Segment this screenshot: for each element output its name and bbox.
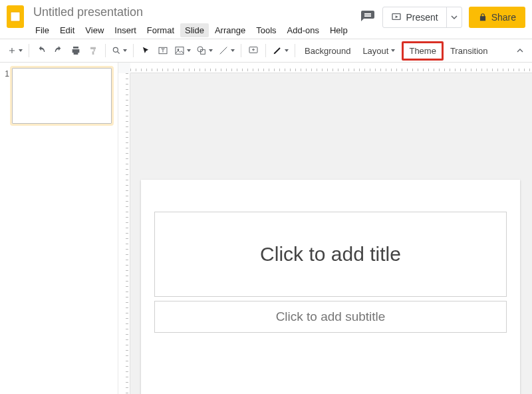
separator — [241, 44, 241, 57]
share-button[interactable]: Share — [469, 7, 525, 28]
slide-thumbnail[interactable] — [12, 68, 112, 124]
menu-arrange[interactable]: Arrange — [210, 23, 250, 37]
pen-icon — [272, 45, 283, 56]
slide-number: 1 — [3, 68, 9, 124]
separator — [265, 44, 266, 57]
image-tool[interactable] — [172, 42, 193, 59]
cursor-icon — [141, 46, 150, 55]
print-icon — [70, 45, 81, 56]
paint-format-button[interactable] — [85, 42, 101, 59]
chevron-up-icon — [515, 45, 525, 56]
menu-view[interactable]: View — [80, 23, 108, 37]
shape-icon — [196, 45, 207, 56]
horizontal-ruler — [130, 63, 532, 73]
new-slide-button[interactable] — [5, 42, 25, 59]
comment-tool[interactable] — [245, 42, 261, 59]
workspace: 1 Click to add title Click to add subtit… — [0, 63, 532, 394]
print-button[interactable] — [68, 42, 84, 59]
menu-insert[interactable]: Insert — [110, 23, 141, 37]
slides-logo — [7, 5, 24, 28]
transition-button[interactable]: Transition — [445, 43, 493, 59]
redo-button[interactable] — [51, 42, 66, 59]
menu-tools[interactable]: Tools — [251, 23, 281, 37]
share-label: Share — [491, 12, 516, 23]
present-button-group: Present — [382, 7, 462, 28]
textbox-tool[interactable] — [155, 42, 171, 59]
present-label: Present — [406, 12, 438, 23]
separator — [295, 44, 295, 57]
menu-edit[interactable]: Edit — [55, 23, 79, 37]
hide-menus-button[interactable] — [515, 45, 527, 56]
svg-rect-6 — [176, 47, 184, 55]
undo-icon — [36, 45, 47, 56]
add-comment-icon — [248, 45, 259, 56]
svg-point-8 — [198, 47, 203, 52]
lock-icon — [478, 13, 487, 22]
zoom-button[interactable] — [110, 42, 129, 59]
menubar: File Edit View Insert Format Slide Arran… — [31, 23, 360, 37]
menu-slide[interactable]: Slide — [180, 23, 209, 37]
menu-file[interactable]: File — [31, 23, 54, 37]
chevron-down-icon — [451, 14, 458, 21]
svg-point-4 — [113, 47, 118, 52]
present-icon — [391, 12, 402, 23]
image-icon — [174, 45, 185, 56]
undo-button[interactable] — [33, 42, 49, 59]
slide-panel: 1 — [0, 63, 118, 394]
header-actions: Present Share — [360, 7, 525, 28]
separator — [105, 44, 106, 57]
slide-thumb-row: 1 — [3, 68, 114, 124]
separator — [29, 44, 29, 57]
header: Untitled presentation File Edit View Ins… — [0, 0, 532, 39]
comments-icon[interactable] — [360, 9, 376, 25]
pen-tool[interactable] — [270, 42, 291, 59]
canvas-viewport[interactable]: Click to add title Click to add subtitle — [130, 73, 532, 394]
line-tool[interactable] — [216, 42, 237, 59]
canvas-area: Click to add title Click to add subtitle — [118, 63, 532, 394]
line-icon — [218, 45, 229, 56]
title-area: Untitled presentation File Edit View Ins… — [31, 4, 360, 37]
shape-tool[interactable] — [194, 42, 215, 59]
zoom-icon — [112, 46, 121, 55]
menu-addons[interactable]: Add-ons — [283, 23, 324, 37]
redo-icon — [53, 45, 64, 56]
present-button[interactable]: Present — [383, 7, 446, 27]
svg-rect-1 — [11, 12, 20, 21]
toolbar: Background Layout Theme Transition — [0, 39, 532, 63]
vertical-ruler — [118, 73, 130, 394]
layout-button[interactable]: Layout — [357, 43, 400, 59]
doc-title[interactable]: Untitled presentation — [31, 4, 360, 21]
menu-format[interactable]: Format — [142, 23, 179, 37]
title-placeholder[interactable]: Click to add title — [154, 212, 507, 297]
present-dropdown[interactable] — [447, 7, 462, 27]
select-tool[interactable] — [138, 42, 154, 59]
paint-roller-icon — [88, 45, 98, 56]
background-button[interactable]: Background — [299, 43, 356, 59]
plus-icon — [7, 46, 17, 55]
textbox-icon — [158, 45, 168, 56]
separator — [133, 44, 134, 57]
menu-help[interactable]: Help — [325, 23, 352, 37]
theme-button[interactable]: Theme — [402, 41, 443, 61]
subtitle-placeholder[interactable]: Click to add subtitle — [154, 301, 507, 333]
slide-canvas[interactable]: Click to add title Click to add subtitle — [141, 180, 520, 394]
